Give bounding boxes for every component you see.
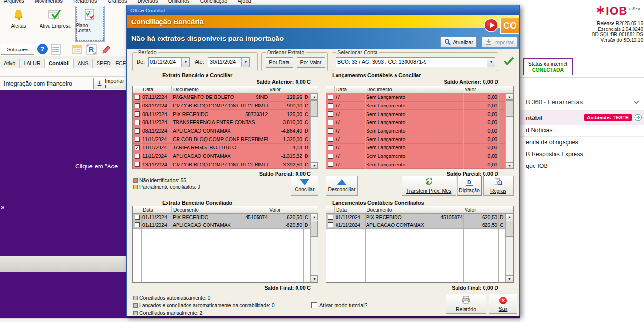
data-column-header[interactable]: Data (141, 206, 172, 213)
chevron-down-icon[interactable]: ▾ (487, 58, 495, 67)
row-checkbox[interactable] (135, 222, 140, 227)
bank-entry-row[interactable]: 08/11/2024 APLICACAO CONTAMAX -4.864,40 … (133, 127, 310, 136)
importar-button[interactable]: Importar (482, 37, 517, 48)
menu-item[interactable]: Utilitários (168, 0, 189, 5)
tab-sped-ecf[interactable]: SPED - ECF (93, 59, 130, 68)
menu-item[interactable]: Conciliação (200, 0, 228, 5)
reconciled-ledger-row[interactable]: 01/11/2024 APLICACAO CONTAMAX 620,50 C (326, 221, 505, 229)
menu-item[interactable]: Arquivos (4, 0, 24, 5)
tab-contabil[interactable]: Contábil (45, 59, 74, 68)
valor-column-header[interactable]: Valor (268, 86, 310, 93)
row-checkbox[interactable] (328, 137, 333, 142)
right-menu-item[interactable]: d Notícias (520, 125, 644, 137)
row-checkbox[interactable] (135, 137, 140, 142)
por-data-button[interactable]: Por Data (266, 57, 293, 68)
menu-item[interactable]: Gráficos (108, 0, 127, 5)
row-checkbox[interactable] (328, 162, 333, 167)
regras-button[interactable]: Regras (483, 176, 514, 196)
menu-item[interactable]: Movimentos (35, 0, 63, 5)
valor-column-header[interactable]: Valor (463, 206, 505, 213)
por-valor-button[interactable]: Por Valor (297, 57, 325, 68)
row-checkbox[interactable] (135, 145, 140, 150)
scrollbar-thumb[interactable] (506, 100, 513, 117)
chevron-down-icon[interactable]: ▾ (181, 58, 189, 67)
scrollbar-thumb[interactable] (311, 221, 318, 237)
vertical-scrollbar[interactable]: ▲ ▼ (310, 93, 318, 169)
ledger-entry-row[interactable]: / / Sem Lançamento 0,00 (326, 118, 505, 127)
r-module-icon[interactable]: R (86, 44, 97, 55)
bank-entry-row[interactable]: 08/11/2024 CR COB BLOQ COMP CONF RECEBIM… (133, 102, 310, 110)
row-checkbox[interactable] (328, 154, 333, 159)
reconciled-bank-row[interactable]: 01/11/2024 APLICACAO CONTAMAX -620,50 D (133, 221, 310, 229)
vertical-scrollbar[interactable]: ▲ ▼ (310, 214, 318, 282)
chevron-down-icon[interactable]: ▾ (241, 58, 249, 67)
row-checkbox[interactable] (328, 95, 333, 100)
documento-column-header[interactable]: Documento (365, 86, 463, 93)
documento-column-header[interactable]: Documento (172, 86, 268, 93)
reconciled-bank-row[interactable]: 01/11/2024 PIX RECEBIDO45105874 620,50 C (133, 214, 310, 221)
ledger-entry-row[interactable]: / / Sem Lançamento 0,00 (326, 160, 505, 169)
tab-ativo[interactable]: Ativo (0, 59, 20, 68)
tutorial-checkbox[interactable] (311, 302, 317, 308)
documento-column-header[interactable]: Documento (365, 206, 463, 213)
row-checkbox[interactable] (135, 215, 140, 220)
row-checkbox[interactable] (135, 154, 140, 159)
collapse-chevrons[interactable]: » (1, 204, 4, 211)
account-select[interactable]: BCO: 33 / AG: 3093 / CC: 13000871-9 ▾ (336, 57, 495, 67)
ferramentas-header[interactable]: B 360 - Ferramentas (520, 94, 644, 110)
menu-item[interactable]: Relatórios (73, 0, 97, 5)
ledger-entry-row[interactable]: / / Sem Lançamento 0,00 (326, 93, 505, 102)
reconciled-ledger-row[interactable]: 01/11/2024 PIX RECEBIDO45105874 620,50 D (326, 214, 505, 221)
menu-item[interactable]: Ajuda (238, 0, 251, 5)
refresh-circle-icon[interactable] (634, 114, 642, 121)
row-checkbox[interactable] (328, 128, 333, 134)
data-column-header[interactable]: Data (335, 206, 365, 213)
solucoes-button[interactable]: Soluções (1, 44, 34, 55)
scrollbar-thumb[interactable] (506, 221, 513, 237)
row-checkbox[interactable] (328, 145, 333, 150)
scroll-down-arrow[interactable]: ▼ (311, 275, 318, 282)
row-checkbox[interactable] (328, 111, 333, 117)
confirm-account-button[interactable] (502, 54, 515, 68)
bank-entry-row[interactable]: 11/11/2024 APLICACAO CONTAMAX -1.315,82 … (133, 152, 310, 161)
tab-ans[interactable]: ANS (74, 59, 93, 68)
digitacao-button[interactable]: D Digitação (457, 176, 482, 196)
list-icon[interactable] (50, 44, 62, 55)
sair-button[interactable]: × Sair (489, 294, 517, 314)
row-checkbox[interactable] (135, 103, 140, 108)
row-checkbox[interactable] (135, 111, 140, 117)
scroll-down-arrow[interactable]: ▼ (506, 275, 513, 282)
scroll-down-arrow[interactable]: ▼ (506, 162, 513, 169)
desconciliar-button[interactable]: Desconciliar (326, 176, 358, 196)
notebook-icon[interactable] (71, 44, 83, 55)
importar-lancamentos-button[interactable]: Importar L (93, 78, 128, 89)
bank-entry-row[interactable]: 08/11/2024 PIX RECEBIDO58733312 125,00 C (133, 110, 310, 118)
ledger-entry-row[interactable]: / / Sem Lançamento 0,00 (326, 127, 505, 136)
checkbox-column-header[interactable] (326, 206, 335, 213)
date-from-select[interactable]: 01/11/2024 ▾ (148, 57, 190, 67)
scrollbar-thumb[interactable] (311, 100, 318, 117)
row-checkbox[interactable] (135, 120, 140, 125)
plano-contas-button[interactable]: Plano Contas (75, 6, 105, 42)
date-to-select[interactable]: 30/11/2024 ▾ (208, 57, 250, 67)
row-checkbox[interactable] (328, 215, 333, 220)
menu-item[interactable]: Diversos (138, 0, 158, 5)
vertical-scrollbar[interactable]: ▲ ▼ (505, 93, 513, 169)
bank-entry-row[interactable]: 07/11/2024 PAGAMENTO DE BOLETOSIND -128,… (133, 93, 310, 102)
bank-entry-row[interactable]: 13/11/2024 CR COB BLOQ COMP CONF RECEBIM… (133, 160, 310, 169)
pencil-icon[interactable] (101, 44, 112, 55)
vertical-scrollbar[interactable]: ▲ ▼ (505, 214, 513, 282)
collapsed-panel-bar[interactable] (0, 256, 126, 272)
atualizar-button[interactable]: Atualizar (440, 37, 477, 48)
checkbox-column-header[interactable] (133, 86, 141, 93)
bank-entry-row[interactable]: 11/11/2024 CR COB BLOQ COMP CONF RECEBIM… (133, 135, 310, 144)
valor-column-header[interactable]: Valor (268, 206, 310, 213)
ledger-entry-row[interactable]: / / Sem Lançamento 0,00 (326, 110, 505, 118)
ledger-entry-row[interactable]: / / Sem Lançamento 0,00 (326, 135, 505, 144)
transferir-prox-mes-button[interactable]: $ Transferir Próx. Mês (402, 176, 456, 196)
documento-column-header[interactable]: Documento (172, 206, 268, 213)
scroll-down-arrow[interactable]: ▼ (311, 162, 318, 169)
relatorio-button[interactable]: Relatório (446, 294, 486, 314)
ledger-entry-row[interactable]: / / Sem Lançamento 0,00 (326, 152, 505, 161)
scroll-up-arrow[interactable]: ▲ (506, 214, 513, 220)
